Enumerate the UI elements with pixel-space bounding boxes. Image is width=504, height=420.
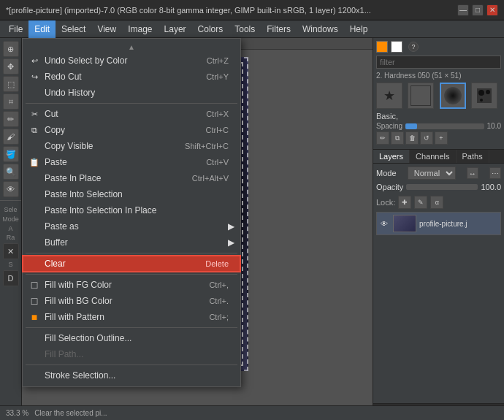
menu-item-paste-into-selection[interactable]: Paste Into Selection — [23, 186, 240, 202]
tool-fill[interactable]: 🪣 — [3, 146, 19, 162]
brush-preview-4 — [477, 88, 492, 103]
opacity-row: Opacity 100.0 — [376, 183, 501, 191]
fill-pattern-shortcut: Ctrl+; — [191, 313, 229, 321]
spacing-bar[interactable] — [405, 123, 484, 129]
tool-rect-select[interactable]: ⊕ — [3, 41, 19, 57]
brush-filter-input[interactable] — [376, 56, 501, 69]
fill-path-label: Fill Path... — [45, 349, 83, 359]
menu-item-copy[interactable]: ⧉ Copy Ctrl+C — [23, 122, 240, 138]
brush-copy-icon[interactable]: ⧉ — [391, 131, 404, 145]
fill-selection-outline-label: Fill Selection Outline... — [45, 333, 131, 343]
menu-select[interactable]: Select — [56, 20, 91, 38]
lock-label: Lock: — [376, 198, 395, 207]
brush-edit-icon[interactable]: ✏ — [376, 131, 389, 145]
fill-fg-shortcut: Ctrl+, — [191, 280, 229, 289]
menu-tools[interactable]: Tools — [229, 20, 261, 38]
menu-item-fill-bg[interactable]: □ Fill with BG Color Ctrl+. — [23, 293, 240, 309]
menu-item-clear[interactable]: Clear Delete — [23, 256, 240, 272]
tool-move[interactable]: ✥ — [3, 58, 19, 75]
menu-item-paste-in-place[interactable]: Paste In Place Ctrl+Alt+V — [23, 170, 240, 186]
fg-color-swatch[interactable] — [376, 41, 388, 53]
menu-item-buffer[interactable]: Buffer ▶ — [23, 234, 240, 251]
menu-item-fill-selection-outline[interactable]: Fill Selection Outline... — [23, 330, 240, 346]
tool-d[interactable]: D — [3, 270, 19, 286]
tab-channels[interactable]: Channels — [410, 150, 456, 163]
spacing-label: Spacing — [376, 122, 402, 130]
tool-pencil[interactable]: ✏ — [3, 111, 19, 127]
toolbox: ⊕ ✥ ⬚ ⌗ ✏ 🖌 🪣 🔍 👁 Sele Mode A Ra ✕ S D — [0, 38, 22, 420]
separator-2 — [26, 253, 237, 253]
menu-item-copy-visible[interactable]: Copy Visible Shift+Ctrl+C — [23, 138, 240, 154]
tool-color-picker[interactable]: 👁 — [3, 181, 19, 197]
bg-color-swatch[interactable] — [391, 41, 402, 53]
redo-cut-label: Redo Cut — [45, 72, 82, 82]
undo-select-color-shortcut: Ctrl+Z — [189, 56, 229, 65]
undo-select-color-label: Undo Select by Color — [45, 56, 127, 66]
paste-in-place-shortcut: Ctrl+Alt+V — [175, 174, 229, 183]
mode-label: Sele — [4, 206, 17, 214]
menu-edit[interactable]: Edit — [28, 20, 56, 38]
menu-windows[interactable]: Windows — [297, 20, 344, 38]
window-controls: — □ ✕ — [457, 4, 498, 16]
brush-item-4[interactable] — [471, 83, 497, 109]
tab-paths[interactable]: Paths — [457, 150, 489, 163]
tool-brush[interactable]: 🖌 — [3, 129, 19, 145]
separator-4 — [26, 327, 237, 328]
lock-alpha-icon[interactable]: α — [430, 196, 443, 209]
minimize-button[interactable]: — — [457, 4, 469, 16]
edit-dropdown-menu: ▲ ↩ Undo Select by Color Ctrl+Z ↪ Redo C… — [22, 38, 241, 387]
menu-image[interactable]: Image — [122, 20, 158, 38]
tool-zoom[interactable]: 🔍 — [3, 164, 19, 180]
brush-item-3[interactable] — [440, 83, 466, 109]
brush-item-2[interactable] — [408, 83, 434, 109]
paste-shortcut: Ctrl+V — [188, 158, 229, 167]
lock-draw-icon[interactable]: ✎ — [414, 196, 427, 209]
brush-preview-3 — [444, 87, 462, 104]
menu-colors[interactable]: Colors — [192, 20, 229, 38]
menu-item-fill-fg[interactable]: □ Fill with FG Color Ctrl+, — [23, 277, 240, 293]
mode-options-icon[interactable]: ⋯ — [489, 167, 501, 179]
tool-transform[interactable]: ⌗ — [3, 93, 19, 110]
brush-add-icon[interactable]: + — [435, 131, 448, 145]
layer-visibility-icon[interactable]: 👁 — [378, 218, 390, 229]
menu-item-paste-as[interactable]: Paste as ▶ — [23, 218, 240, 234]
fill-fg-icon: □ — [28, 279, 40, 291]
layer-name: profile-picture.j — [419, 220, 499, 228]
brush-options-button[interactable]: ? — [408, 42, 419, 52]
tool-x[interactable]: ✕ — [3, 243, 19, 259]
menu-item-cut[interactable]: ✂ Cut Ctrl+X — [23, 106, 240, 122]
menu-item-paste-into-selection-in-place[interactable]: Paste Into Selection In Place — [23, 202, 240, 218]
brush-info: 2. Hardness 050 (51 × 51) — [376, 72, 501, 80]
menu-filters[interactable]: Filters — [261, 20, 297, 38]
tool-crop[interactable]: ⬚ — [3, 76, 19, 92]
menu-item-paste[interactable]: 📋 Paste Ctrl+V — [23, 154, 240, 170]
mode-select[interactable]: Normal — [408, 167, 456, 180]
layer-item[interactable]: 👁 profile-picture.j — [376, 212, 501, 235]
mode-flip-icon[interactable]: ↔ — [467, 167, 478, 179]
menu-help[interactable]: Help — [344, 20, 374, 38]
clear-label: Clear — [45, 259, 66, 269]
brush-refresh-icon[interactable]: ↺ — [420, 131, 433, 145]
menu-file[interactable]: File — [3, 20, 28, 38]
maximize-button[interactable]: □ — [472, 4, 484, 16]
copy-visible-label: Copy Visible — [45, 141, 93, 151]
menu-view[interactable]: View — [91, 20, 122, 38]
fill-fg-label: Fill with FG Color — [45, 280, 112, 290]
tab-layers[interactable]: Layers — [373, 150, 410, 163]
menu-layer[interactable]: Layer — [159, 20, 192, 38]
mode-value: Mode — [2, 215, 19, 224]
menu-item-stroke-selection[interactable]: Stroke Selection... — [23, 367, 240, 383]
menu-item-undo-history[interactable]: Undo History — [23, 85, 240, 101]
opacity-bar[interactable] — [406, 184, 478, 190]
brush-item-1[interactable]: ★ — [376, 83, 402, 109]
menu-item-undo-select-color[interactable]: ↩ Undo Select by Color Ctrl+Z — [23, 53, 240, 69]
menu-item-redo-cut[interactable]: ↪ Redo Cut Ctrl+Y — [23, 69, 240, 85]
menu-item-fill-pattern[interactable]: ■ Fill with Pattern Ctrl+; — [23, 309, 240, 325]
lock-position-icon[interactable]: ✚ — [398, 196, 411, 209]
cut-shortcut: Ctrl+X — [188, 110, 229, 118]
buffer-label: Buffer — [45, 237, 68, 248]
brush-delete-icon[interactable]: 🗑 — [405, 131, 419, 145]
copy-shortcut: Ctrl+C — [188, 126, 229, 134]
layer-thumbnail — [393, 215, 416, 232]
close-button[interactable]: ✕ — [486, 4, 498, 16]
